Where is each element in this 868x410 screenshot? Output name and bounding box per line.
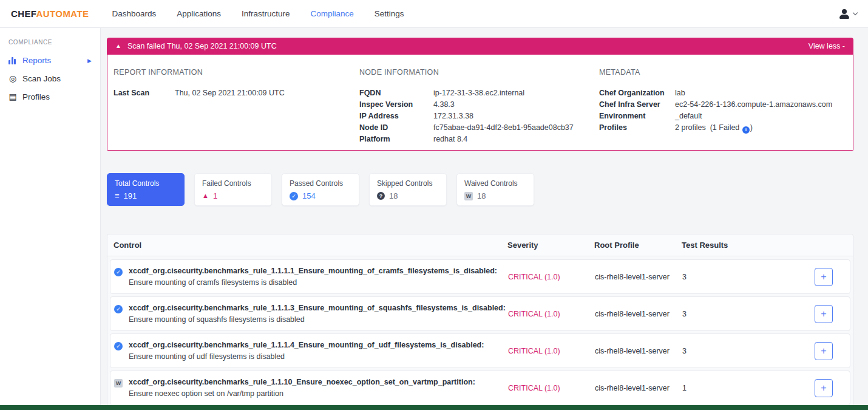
profiles-failed-close: ) (750, 123, 753, 132)
table-row: W xccdf_org.cisecurity.benchmarks_rule_1… (110, 371, 850, 405)
sidebar-item-label: Profiles (22, 92, 50, 101)
control-id: xccdf_org.cisecurity.benchmarks_rule_1.1… (129, 304, 506, 312)
passed-status-icon: ✓ (114, 342, 123, 350)
top-navigation-bar: CHEFAUTOMATE Dashboards Applications Inf… (0, 0, 868, 28)
test-results-value: 1 (682, 384, 815, 392)
table-row: ✓ xccdf_org.cisecurity.benchmarks_rule_1… (110, 296, 850, 331)
field-label: Inspec Version (359, 99, 433, 111)
severity-value: CRITICAL (1.0) (508, 310, 595, 318)
table-row: ✓ xccdf_org.cisecurity.benchmarks_rule_1… (110, 259, 850, 294)
control-id: xccdf_org.cisecurity.benchmarks_rule_1.1… (129, 267, 497, 275)
passed-controls-card[interactable]: Passed Controls ✓154 (282, 173, 359, 206)
field-label: Profiles (599, 122, 675, 134)
field-value: 4.38.3 (433, 99, 455, 111)
nav-compliance[interactable]: Compliance (311, 9, 354, 18)
sidebar-item-scan-jobs[interactable]: ◎ Scan Jobs (0, 69, 100, 87)
passed-status-icon: ✓ (114, 305, 123, 313)
logo-chef-text: CHEF (11, 9, 36, 19)
radar-icon: ◎ (8, 73, 17, 83)
profiles-failed-note: (1 Failed (710, 123, 740, 132)
field-label: Last Scan (114, 87, 175, 99)
field-label: Node ID (359, 122, 433, 134)
waived-badge-icon: W (464, 192, 473, 200)
expand-row-button[interactable]: + (815, 305, 833, 323)
skipped-controls-card[interactable]: Skipped Controls ?18 (369, 173, 447, 206)
card-value: 1 (213, 191, 217, 200)
chef-automate-logo[interactable]: CHEFAUTOMATE (11, 9, 89, 19)
view-less-link[interactable]: View less - (809, 42, 845, 50)
metadata-title: METADATA (599, 68, 847, 77)
sidebar-item-profiles[interactable]: ▤ Profiles (0, 87, 100, 106)
passed-status-icon: ✓ (114, 268, 123, 276)
control-id: xccdf_org.cisecurity.benchmarks_rule_1.1… (129, 341, 484, 349)
control-stat-cards: Total Controls ≡191 Failed Controls ▲1 P… (107, 173, 853, 206)
waived-status-icon: W (114, 379, 123, 388)
test-results-value: 3 (682, 310, 815, 318)
control-description: Ensure mounting of cramfs filesystems is… (129, 278, 497, 287)
nav-infrastructure[interactable]: Infrastructure (242, 9, 290, 18)
failed-controls-card[interactable]: Failed Controls ▲1 (194, 173, 272, 206)
expand-row-button[interactable]: + (815, 342, 833, 360)
expand-row-button[interactable]: + (815, 379, 833, 397)
field-value: ec2-54-226-1-136.compute-1.amazonaws.com (675, 99, 832, 111)
col-header-severity: Severity (507, 241, 594, 250)
table-rows: ✓ xccdf_org.cisecurity.benchmarks_rule_1… (107, 256, 853, 410)
nav-settings[interactable]: Settings (375, 9, 404, 18)
node-information-column: NODE INFORMATION FQDNip-172-31-3-38.ec2.… (359, 68, 599, 145)
total-controls-card[interactable]: Total Controls ≡191 (107, 173, 185, 206)
card-value: 18 (477, 191, 486, 200)
root-profile-value: cis-rhel8-level1-server (595, 273, 682, 281)
col-header-test-results: Test Results (682, 241, 815, 250)
control-description: Ensure mounting of udf filesystems is di… (129, 352, 484, 361)
field-value: ip-172-31-3-38.ec2.internal (433, 87, 524, 99)
field-value: redhat 8.4 (433, 134, 467, 145)
col-header-root-profile: Root Profile (594, 241, 682, 250)
logo-automate-text: AUTOMATE (36, 9, 89, 19)
field-value: fc75abae-da91-4df2-8eb1-95aade08cb37 (433, 122, 574, 134)
chevron-down-icon (853, 10, 858, 15)
field-label: Chef Infra Server (599, 99, 675, 111)
card-label: Waived Controls (464, 179, 526, 188)
bottom-edge-bar (0, 405, 868, 410)
table-header-row: Control Severity Root Profile Test Resul… (107, 234, 853, 256)
bar-chart-icon (8, 57, 17, 64)
info-icon[interactable]: i (742, 126, 750, 134)
test-results-value: 3 (682, 347, 815, 355)
scan-failed-banner: ▲ Scan failed Thu, 02 Sep 2021 21:00:09 … (107, 38, 853, 55)
nav-applications[interactable]: Applications (177, 9, 221, 18)
report-information-title: REPORT INFORMATION (114, 68, 359, 77)
list-icon: ≡ (115, 192, 120, 200)
field-value: _default (675, 111, 702, 122)
controls-table: Control Severity Root Profile Test Resul… (107, 234, 853, 410)
table-row: ✓ xccdf_org.cisecurity.benchmarks_rule_1… (110, 333, 850, 368)
report-information-column: REPORT INFORMATION Last Scan Thu, 02 Sep… (114, 68, 359, 145)
field-label: Environment (599, 111, 675, 122)
sidebar-section-label: COMPLIANCE (0, 39, 100, 52)
card-value: 154 (302, 191, 316, 200)
main-content: ▲ Scan failed Thu, 02 Sep 2021 21:00:09 … (101, 28, 868, 410)
question-circle-icon: ? (377, 192, 385, 200)
waived-controls-card[interactable]: Waived Controls W18 (456, 173, 534, 206)
compliance-sidebar: COMPLIANCE Reports ▶ ◎ Scan Jobs ▤ Profi… (0, 28, 101, 410)
profiles-icon: ▤ (8, 92, 17, 101)
control-id: xccdf_org.cisecurity.benchmarks_rule_1.1… (129, 378, 475, 386)
field-label: FQDN (359, 87, 433, 99)
card-value: 191 (124, 191, 137, 200)
field-value: lab (675, 87, 685, 99)
user-profile-icon (839, 9, 850, 19)
field-label: Platform (359, 134, 433, 145)
test-results-value: 3 (682, 273, 815, 281)
root-profile-value: cis-rhel8-level1-server (595, 347, 682, 355)
root-profile-value: cis-rhel8-level1-server (595, 310, 682, 318)
card-label: Skipped Controls (377, 179, 439, 188)
sidebar-item-label: Reports (22, 56, 51, 65)
expand-row-button[interactable]: + (815, 268, 833, 286)
severity-value: CRITICAL (1.0) (508, 273, 595, 281)
nav-dashboards[interactable]: Dashboards (112, 9, 156, 18)
user-menu[interactable] (839, 9, 857, 19)
sidebar-item-reports[interactable]: Reports ▶ (0, 52, 100, 69)
field-value: Thu, 02 Sep 2021 21:00:09 UTC (175, 87, 285, 99)
field-value: 172.31.3.38 (433, 111, 473, 122)
card-value: 18 (389, 191, 398, 200)
card-label: Total Controls (115, 179, 177, 188)
